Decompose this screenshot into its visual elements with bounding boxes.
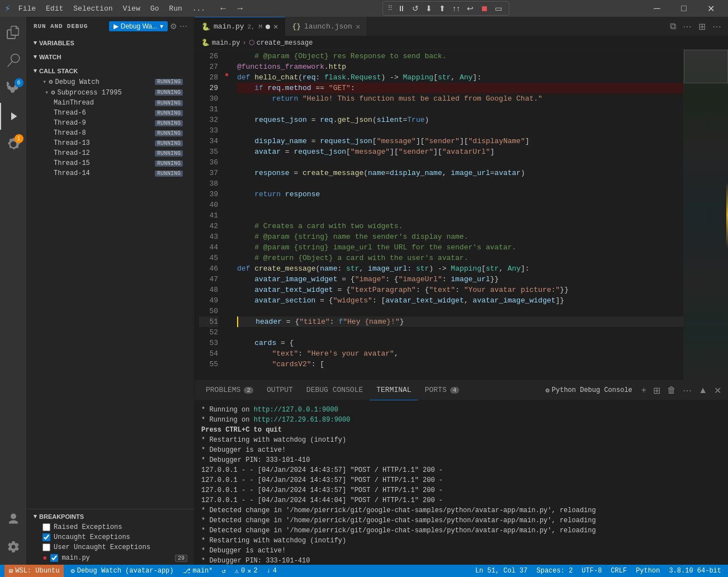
panel-tab-output[interactable]: OUTPUT bbox=[260, 381, 300, 400]
breadcrumb-mainpy[interactable]: main.py bbox=[212, 39, 240, 47]
terminal-line-1: * Running on http://127.0.0.1:9000 bbox=[201, 405, 721, 415]
panel-tab-ports[interactable]: PORTS 4 bbox=[418, 381, 466, 400]
menu-more[interactable]: ... bbox=[188, 3, 210, 14]
restart-button[interactable]: ↺ bbox=[410, 3, 421, 14]
breakpoints-toggle[interactable]: BREAKPOINTS bbox=[27, 510, 194, 522]
panel-tab-terminal[interactable]: TERMINAL bbox=[370, 381, 418, 400]
vscode-logo: ⚡ bbox=[4, 2, 11, 15]
uncaught-exceptions-checkbox[interactable] bbox=[42, 533, 50, 541]
call-stack-thread15[interactable]: Thread-15 RUNNING bbox=[27, 158, 194, 168]
debug-config-label: Debug Wa... bbox=[121, 22, 158, 30]
tab-launchjson[interactable]: {} launch.json ✕ bbox=[285, 17, 367, 36]
back-button[interactable]: ← bbox=[215, 2, 231, 15]
breakpoint-gutter: ● bbox=[223, 50, 233, 380]
activity-account[interactable] bbox=[0, 505, 27, 532]
status-python-version[interactable]: 3.8.10 64-bit bbox=[666, 567, 724, 575]
thread9-label: Thread-9 bbox=[54, 119, 86, 127]
status-errors[interactable]: ⚠ 0 ✕ 2 bbox=[233, 567, 260, 575]
call-stack-debug-watch[interactable]: ▾ ⚙ Debug Watch RUNNING bbox=[27, 77, 194, 87]
mainthread-label: MainThread bbox=[54, 99, 94, 107]
minimize-button[interactable]: ─ bbox=[644, 0, 670, 17]
more-options-button[interactable]: ⋯ bbox=[179, 22, 187, 31]
status-sync[interactable]: ↺ bbox=[220, 567, 228, 575]
pause-button[interactable]: ⏸ bbox=[395, 3, 408, 14]
status-branch[interactable]: ⎇ main* bbox=[181, 567, 215, 575]
gear-icon: ⚙ bbox=[546, 386, 550, 395]
uncaught-exceptions-item[interactable]: Uncaught Exceptions bbox=[27, 532, 194, 542]
menu-edit[interactable]: Edit bbox=[41, 3, 68, 14]
mainthread-status: RUNNING bbox=[155, 100, 183, 106]
status-spaces[interactable]: Spaces: 2 bbox=[535, 567, 575, 575]
status-encoding[interactable]: UTF-8 bbox=[579, 567, 604, 575]
split-editor-button[interactable]: ⧉ bbox=[668, 20, 678, 32]
activity-extensions[interactable]: 1 bbox=[0, 131, 27, 158]
close-button[interactable]: ✕ bbox=[698, 0, 724, 17]
raised-exceptions-checkbox[interactable] bbox=[42, 523, 50, 531]
code-content[interactable]: # @param {Object} res Response to send b… bbox=[233, 50, 683, 380]
step-out-button[interactable]: ↑↑ bbox=[450, 3, 462, 14]
call-stack-thread9[interactable]: Thread-9 RUNNING bbox=[27, 118, 194, 128]
call-stack-thread6[interactable]: Thread-6 RUNNING bbox=[27, 108, 194, 118]
call-stack-thread13[interactable]: Thread-13 RUNNING bbox=[27, 138, 194, 148]
panel-maximize-button[interactable]: ▲ bbox=[696, 384, 710, 396]
activity-search[interactable] bbox=[0, 47, 27, 74]
settings-gear-button[interactable]: ⚙ bbox=[170, 22, 177, 31]
step-into-button[interactable]: ⬆ bbox=[437, 3, 448, 14]
maximize-button[interactable]: □ bbox=[671, 0, 697, 17]
forward-button[interactable]: → bbox=[232, 2, 248, 15]
call-stack-thread8[interactable]: Thread-8 RUNNING bbox=[27, 128, 194, 138]
code-line-51: header = {"title": f"Hey {name}!"} bbox=[237, 316, 683, 327]
user-uncaught-exceptions-checkbox[interactable] bbox=[42, 543, 50, 551]
status-wsl[interactable]: ⊞ WSL: Ubuntu bbox=[4, 565, 64, 577]
status-download[interactable]: ↓ 4 bbox=[264, 567, 279, 575]
step-over-button[interactable]: ⬇ bbox=[423, 3, 434, 14]
more-editors-button[interactable]: ⋯ bbox=[680, 20, 694, 33]
continue-button[interactable]: ↩ bbox=[465, 3, 476, 14]
panel-tab-problems[interactable]: PROBLEMS 2 bbox=[199, 381, 260, 400]
tab-mainpy-label: main.py bbox=[214, 22, 244, 31]
call-stack-mainthread[interactable]: MainThread RUNNING bbox=[27, 98, 194, 108]
status-line-ending[interactable]: CRLF bbox=[608, 567, 629, 575]
terminal-split-button[interactable]: ⊞ bbox=[651, 384, 663, 397]
start-debug-button[interactable]: ▶ Debug Wa... ▾ bbox=[109, 21, 168, 31]
activity-run-debug[interactable] bbox=[0, 103, 27, 130]
status-language[interactable]: Python bbox=[634, 567, 662, 575]
breadcrumb-toggle-button[interactable]: ⋯ bbox=[710, 20, 724, 33]
collapse-editors-button[interactable]: ⊞ bbox=[696, 20, 708, 33]
thread13-label: Thread-13 bbox=[54, 139, 90, 147]
call-stack-toggle[interactable]: CALL STACK bbox=[27, 65, 194, 77]
call-stack-thread14[interactable]: Thread-14 RUNNING bbox=[27, 168, 194, 178]
activity-explorer[interactable] bbox=[0, 19, 27, 46]
status-cursor-position[interactable]: Ln 51, Col 37 bbox=[473, 567, 530, 575]
menu-go[interactable]: Go bbox=[146, 3, 164, 14]
variables-section-toggle[interactable]: VARIABLES bbox=[27, 37, 194, 49]
sync-icon: ↺ bbox=[222, 567, 226, 575]
raised-exceptions-item[interactable]: Raised Exceptions bbox=[27, 522, 194, 532]
panel-tab-debug-console[interactable]: DEBUG CONSOLE bbox=[300, 381, 370, 400]
call-stack-thread12[interactable]: Thread-12 RUNNING bbox=[27, 148, 194, 158]
menu-view[interactable]: View bbox=[119, 3, 145, 14]
branch-icon: ⎇ bbox=[183, 567, 191, 575]
call-stack-subprocess[interactable]: ▾ ⚙ Subprocess 17995 RUNNING bbox=[27, 87, 194, 98]
debug-watch-status-label: Debug Watch (avatar-app) bbox=[77, 567, 174, 575]
tab-mainpy[interactable]: 🐍 main.py 2, M ✕ bbox=[195, 17, 285, 36]
status-debug-watch[interactable]: ⚙ Debug Watch (avatar-app) bbox=[68, 567, 176, 575]
tab-close-icon[interactable]: ✕ bbox=[273, 22, 278, 31]
new-terminal-button[interactable]: + bbox=[639, 384, 649, 396]
menu-file[interactable]: File bbox=[14, 3, 40, 14]
menu-run[interactable]: Run bbox=[164, 3, 186, 14]
activity-settings[interactable] bbox=[0, 533, 27, 560]
stop-button[interactable]: ⏹ bbox=[478, 3, 490, 14]
menu-selection[interactable]: Selection bbox=[69, 3, 117, 14]
activity-source-control[interactable]: 6 bbox=[0, 75, 27, 102]
watch-section-toggle[interactable]: WATCH bbox=[27, 51, 194, 63]
mainpy-breakpoint-item[interactable]: ● main.py 29 bbox=[27, 552, 194, 564]
disconnect-button[interactable]: ▭ bbox=[493, 3, 504, 14]
mainpy-breakpoint-checkbox[interactable] bbox=[50, 554, 58, 562]
breadcrumb-create-message[interactable]: create_message bbox=[257, 39, 313, 47]
terminal-trash-button[interactable]: 🗑 bbox=[665, 384, 678, 396]
more-panel-button[interactable]: ⋯ bbox=[680, 384, 694, 397]
tab-launchjson-close-icon[interactable]: ✕ bbox=[356, 22, 360, 31]
user-uncaught-exceptions-item[interactable]: User Uncaught Exceptions bbox=[27, 542, 194, 552]
panel-close-button[interactable]: ✕ bbox=[712, 384, 724, 397]
